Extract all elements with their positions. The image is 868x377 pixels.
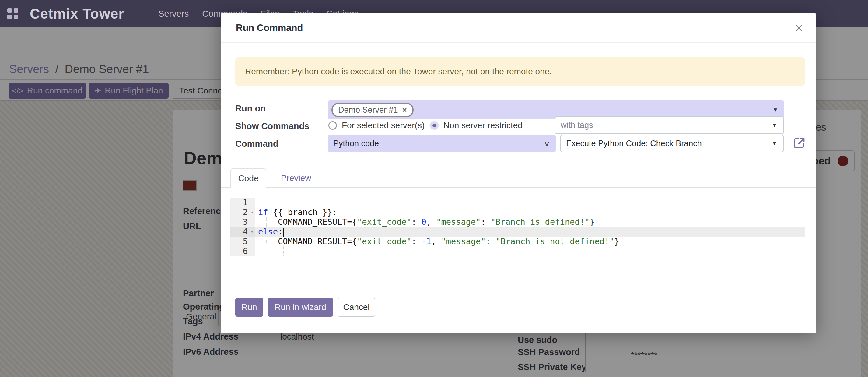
editor-line: 5 COMMAND_RESULT={"exit_code": -1, "mess… [230,237,805,246]
line-number: 5 [230,237,255,246]
run-button[interactable]: Run [235,298,263,317]
line-number: 2 ▾ [230,207,255,217]
modal-header: Run Command × [221,13,816,42]
modal-body: Remember: Python code is executed on the… [221,42,816,333]
line-number: 4 ▾ [230,227,255,237]
radio-on-icon[interactable] [430,121,439,130]
command-label: Command [235,139,278,149]
warning-alert: Remember: Python code is executed on the… [235,57,805,86]
editor-line: 6 [230,246,805,256]
chevron-down-icon: ∨ [544,140,550,147]
run-in-wizard-button[interactable]: Run in wizard [268,298,333,317]
menu-item-servers[interactable]: Servers [158,9,189,19]
with-tags-select[interactable]: with tags ▼ [555,116,784,134]
code-editor[interactable]: 1 2 ▾ if {{ branch }}: 3 COMMAND_RESULT=… [230,198,805,256]
show-commands-label: Show Commands [235,121,309,131]
line-number: 3 [230,217,255,227]
tab-preview[interactable]: Preview [276,168,316,187]
server-tag: Demo Server #1 × [332,103,413,117]
modal-title: Run Command [236,13,303,42]
editor-active-line: 4 ▾ else: [230,227,805,237]
command-type-select[interactable]: Python code ∨ [328,135,556,152]
radio-non-restricted[interactable]: Non server restricted [430,121,523,130]
brand-logo[interactable]: Cetmix Tower [30,5,124,22]
cancel-button[interactable]: Cancel [338,298,375,317]
tab-code[interactable]: Code [230,168,266,188]
notebook-tabs: Code Preview [221,168,816,187]
radio-selected-servers[interactable]: For selected server(s) [329,121,425,130]
run-command-modal: Run Command × Remember: Python code is e… [221,13,816,333]
caret-down-icon: ▼ [772,122,777,128]
editor-line: 2 ▾ if {{ branch }}: [230,207,805,217]
caret-down-icon: ▼ [772,107,778,113]
line-number: 6 [230,246,255,256]
radio-off-icon[interactable] [329,121,337,130]
tag-remove-icon[interactable]: × [402,105,407,115]
editor-line: 3 COMMAND_RESULT={"exit_code": 0, "messa… [230,217,805,227]
external-link-icon[interactable] [792,136,806,150]
fold-caret-icon[interactable]: ▾ [251,227,253,237]
command-select[interactable]: Execute Python Code: Check Branch ▼ [560,135,784,152]
line-number: 1 [230,198,255,207]
run-on-label: Run on [235,104,266,114]
apps-grid-icon[interactable] [7,8,18,19]
close-icon[interactable]: × [795,13,803,42]
fold-caret-icon[interactable]: ▾ [251,207,253,217]
caret-down-icon: ▼ [772,140,777,147]
text-cursor [283,228,284,237]
editor-line: 1 [230,198,805,207]
